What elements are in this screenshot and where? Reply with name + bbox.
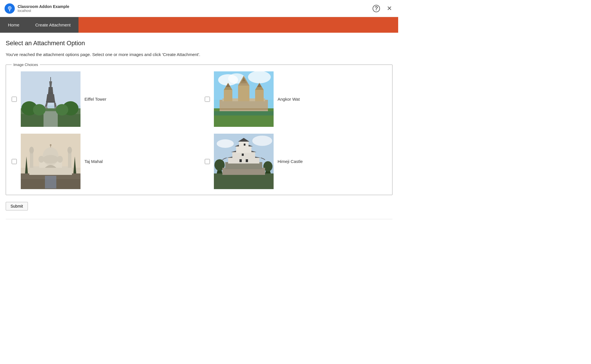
submit-button[interactable]: Submit — [6, 202, 28, 210]
svg-point-57 — [57, 156, 63, 163]
svg-point-63 — [252, 136, 272, 146]
svg-rect-12 — [46, 101, 55, 102]
svg-point-16 — [33, 104, 46, 115]
main-content: Select an Attachment Option You've reach… — [0, 33, 398, 226]
title-bar-text: Classroom Addon Example localhost — [18, 4, 69, 13]
checkbox-angkor[interactable] — [205, 97, 210, 102]
app-url: localhost — [18, 9, 69, 13]
image-choices-fieldset: Image Choices — [6, 63, 392, 195]
close-icon: ✕ — [387, 5, 392, 12]
svg-rect-28 — [224, 90, 232, 101]
title-bar-left: Classroom Addon Example localhost — [5, 3, 69, 14]
svg-point-50 — [29, 147, 34, 154]
svg-point-59 — [50, 144, 51, 146]
svg-point-55 — [43, 155, 59, 164]
svg-rect-82 — [244, 144, 245, 146]
svg-point-62 — [217, 139, 234, 148]
svg-point-1 — [9, 7, 10, 9]
svg-point-23 — [248, 71, 271, 83]
svg-rect-10 — [48, 93, 53, 94]
checkbox-himeji[interactable] — [205, 159, 210, 164]
page-title: Select an Attachment Option — [6, 40, 392, 47]
svg-rect-81 — [242, 154, 244, 156]
svg-rect-35 — [255, 90, 264, 101]
svg-point-18 — [56, 104, 68, 115]
svg-rect-25 — [214, 111, 274, 115]
svg-rect-31 — [238, 86, 249, 101]
image-item-angkor: Angkor Wat — [205, 71, 387, 127]
nav-accent — [78, 17, 398, 33]
svg-rect-7 — [50, 77, 51, 81]
submit-label: Submit — [11, 204, 23, 208]
image-item-eiffel: Eiffel Tower — [12, 71, 193, 127]
fieldset-legend: Image Choices — [12, 63, 40, 67]
nav-home[interactable]: Home — [0, 17, 27, 33]
label-angkor: Angkor Wat — [278, 97, 300, 102]
image-item-himeji: Himeji Castle — [205, 134, 387, 189]
app-name: Classroom Addon Example — [18, 4, 69, 9]
description: You've reached the attachment options pa… — [6, 52, 392, 57]
image-angkor — [214, 71, 274, 127]
svg-rect-64 — [214, 173, 274, 189]
checkbox-taj[interactable] — [12, 159, 17, 164]
nav-create-attachment[interactable]: Create Attachment — [27, 17, 78, 33]
nav-create-attachment-label: Create Attachment — [35, 22, 71, 27]
svg-rect-43 — [45, 176, 56, 189]
label-eiffel: Eiffel Tower — [84, 97, 106, 102]
label-taj: Taj Mahal — [84, 159, 103, 164]
svg-rect-6 — [44, 111, 58, 127]
image-item-taj: Taj Mahal — [12, 134, 193, 189]
svg-rect-80 — [246, 159, 248, 162]
image-taj — [21, 134, 80, 189]
close-button[interactable]: ✕ — [385, 4, 394, 13]
images-grid: Eiffel Tower — [12, 71, 387, 189]
svg-rect-38 — [220, 108, 268, 110]
svg-point-52 — [67, 147, 72, 154]
checkbox-eiffel[interactable] — [12, 97, 17, 102]
help-icon: ? — [373, 5, 380, 12]
bottom-divider — [6, 219, 392, 219]
app-icon — [5, 3, 15, 14]
svg-point-56 — [38, 156, 44, 163]
svg-rect-71 — [228, 158, 259, 164]
label-himeji: Himeji Castle — [278, 159, 303, 164]
nav-home-label: Home — [8, 22, 19, 27]
nav-bar: Home Create Attachment — [0, 17, 398, 33]
image-himeji — [214, 134, 274, 189]
help-button[interactable]: ? — [372, 4, 381, 13]
title-bar: Classroom Addon Example localhost ? ✕ — [0, 0, 398, 17]
image-eiffel — [21, 71, 80, 127]
svg-rect-79 — [239, 159, 242, 162]
svg-rect-75 — [236, 146, 251, 153]
title-bar-right: ? ✕ — [372, 4, 394, 13]
